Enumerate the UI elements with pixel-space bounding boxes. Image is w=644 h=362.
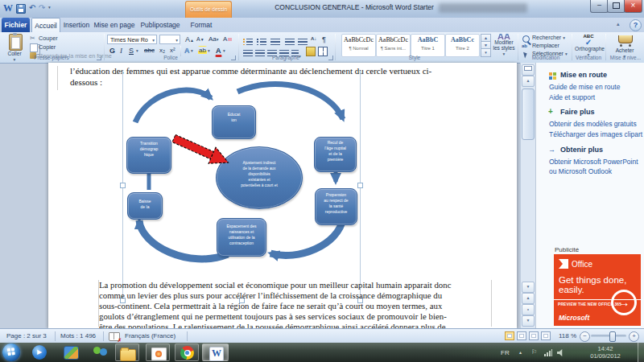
proofing-status-icon[interactable]: [109, 332, 120, 341]
tab-format[interactable]: Format: [188, 18, 215, 32]
cycle-arrow-bottom-left[interactable]: [139, 220, 228, 259]
web-layout-view-button[interactable]: [529, 331, 539, 340]
find-button[interactable]: Rechercher ▾: [532, 35, 565, 40]
superscript-button[interactable]: x²: [169, 46, 176, 55]
zoom-slider-track[interactable]: [591, 335, 626, 337]
undo-icon[interactable]: ↶: [29, 2, 35, 14]
quick-access-customize-icon[interactable]: ▾: [48, 5, 51, 10]
style-titre-1[interactable]: AaBbC Titre 1: [411, 34, 445, 57]
tray-hidden-icons-chevron[interactable]: ▴: [519, 349, 522, 355]
taskbar-word-button[interactable]: W: [202, 343, 229, 361]
text-effects-dropdown-icon[interactable]: ▾: [191, 48, 193, 53]
language-status[interactable]: Français (France): [125, 332, 175, 339]
redo-icon[interactable]: ↷: [39, 2, 45, 14]
zoom-in-icon[interactable]: +: [629, 331, 639, 342]
clipboard-dialog-launcher-icon[interactable]: [97, 56, 101, 60]
taskbar-messenger-icon[interactable]: [93, 345, 107, 358]
tab-insertion[interactable]: Insertion: [62, 18, 91, 32]
copy-label[interactable]: Copier: [39, 43, 56, 51]
align-left-button[interactable]: [243, 47, 253, 61]
italic-button[interactable]: I: [119, 46, 123, 56]
paragraph-dialog-launcher-icon[interactable]: [328, 56, 333, 60]
scroll-up-icon[interactable]: ▲: [522, 76, 535, 87]
taskbar-photo-viewer-button[interactable]: [146, 343, 170, 361]
next-page-icon[interactable]: ▼: [522, 315, 535, 327]
word-count[interactable]: Mots : 1 496: [60, 332, 96, 339]
font-color-button[interactable]: A: [215, 46, 222, 57]
zoom-slider-thumb[interactable]: [609, 331, 616, 342]
bold-button[interactable]: G: [109, 46, 116, 56]
taskbar-media-player-icon[interactable]: ▶: [32, 345, 47, 360]
highlight-dropdown-icon[interactable]: ▾: [208, 48, 210, 53]
tab-fichier[interactable]: Fichier: [2, 18, 30, 32]
grow-font-button[interactable]: A▲: [184, 35, 195, 44]
subscript-button[interactable]: x₂: [159, 46, 166, 55]
diagram-node-espacement[interactable]: Espacement des naissances et utilisation…: [217, 218, 266, 257]
style-normal[interactable]: AaBbCcDc ¶ Normal: [341, 34, 376, 57]
tab-mise-en-page[interactable]: Mise en page: [93, 18, 136, 32]
tray-language-indicator[interactable]: FR: [501, 349, 510, 356]
font-family-combobox[interactable]: Times New Ro ▾: [107, 35, 157, 44]
maximize-button[interactable]: [607, 0, 625, 13]
show-desktop-button[interactable]: [638, 343, 644, 362]
link-aide-et-support[interactable]: Aide et support: [549, 93, 595, 102]
borders-button[interactable]: [318, 47, 328, 56]
change-styles-button[interactable]: AA Modifier les styles ▾: [492, 34, 516, 57]
highlight-button[interactable]: ab: [198, 46, 207, 55]
link-obtenir-powerpoint-outlook[interactable]: Obtenir Microsoft PowerPoint ou Microsof…: [549, 157, 639, 176]
help-icon[interactable]: ?: [630, 19, 642, 31]
red-arrow-head[interactable]: [208, 147, 232, 171]
zoom-level[interactable]: 118 %: [559, 332, 576, 339]
font-color-dropdown-icon[interactable]: ▾: [223, 48, 225, 53]
zoom-out-icon[interactable]: −: [580, 331, 590, 342]
save-icon[interactable]: [16, 4, 26, 14]
font-dialog-launcher-icon[interactable]: [231, 56, 236, 60]
font-size-combobox[interactable]: ▾: [159, 35, 180, 44]
cut-icon[interactable]: ✂: [30, 35, 35, 42]
diagram-node-recul[interactable]: Recul de l’âge nuptial et de la première: [314, 137, 357, 172]
tray-action-center-flag-icon[interactable]: ⚐: [531, 348, 537, 356]
tray-clock[interactable]: 14:42 01/09/2012: [584, 345, 626, 360]
cycle-arrow-top-left[interactable]: [135, 90, 211, 122]
selected-red-arrow[interactable]: [161, 121, 258, 185]
sort-button[interactable]: A↓: [311, 36, 316, 41]
title-bar[interactable]: W ↶ ↷ ▾ Outils de dessin CONCLUSION GENE…: [0, 0, 644, 19]
tray-network-icon[interactable]: [544, 349, 552, 356]
ruler-toggle-icon[interactable]: [522, 64, 535, 76]
taskbar-explorer-button[interactable]: [115, 343, 139, 361]
tray-volume-icon[interactable]: [557, 349, 564, 356]
underline-dropdown-icon[interactable]: ▾: [136, 48, 138, 53]
vertical-scrollbar[interactable]: ▲ ▼ ▲ ● ▼: [520, 63, 535, 328]
style-sans-interligne[interactable]: AaBbCcDc ¶ Sans int...: [376, 34, 411, 57]
shrink-font-button[interactable]: A▼: [196, 35, 205, 43]
draft-view-button[interactable]: [541, 331, 551, 340]
diagram-node-baisse[interactable]: Baisse de la: [127, 192, 163, 220]
style-gallery-more-icon[interactable]: ▾: [481, 48, 491, 57]
page-count[interactable]: Page : 2 sur 3: [6, 332, 47, 339]
scroll-down-icon[interactable]: ▼: [522, 282, 535, 293]
collapse-ribbon-icon[interactable]: ▴: [617, 21, 620, 27]
link-modeles-gratuits[interactable]: Obtenir des modèles gratuits: [549, 119, 637, 129]
select-browse-object-icon[interactable]: ●: [522, 304, 535, 315]
tab-accueil[interactable]: Accueil: [31, 18, 60, 32]
copy-icon[interactable]: [30, 43, 38, 52]
close-button[interactable]: ×: [624, 0, 642, 13]
change-case-button[interactable]: Aa▾: [208, 35, 220, 43]
start-button[interactable]: [2, 343, 20, 361]
replace-button[interactable]: Remplacer: [532, 43, 559, 48]
minimize-button[interactable]: –: [590, 0, 609, 13]
red-arrow-shaft[interactable]: [172, 134, 214, 158]
link-guide-mise-en-route[interactable]: Guide de mise en route: [549, 82, 620, 92]
diagram-node-propension[interactable]: Propension au respect de la santé reprod…: [315, 188, 357, 225]
clear-formatting-button[interactable]: A: [222, 35, 233, 43]
tab-publipostage[interactable]: Publipostage: [139, 18, 181, 32]
fullscreen-reading-view-button[interactable]: [517, 331, 526, 340]
strikethrough-button[interactable]: abc: [143, 46, 155, 55]
cut-label[interactable]: Couper: [39, 35, 58, 42]
scrollbar-thumb[interactable]: [522, 88, 535, 140]
show-paragraph-marks-button[interactable]: ¶: [322, 35, 326, 43]
print-layout-view-button[interactable]: [505, 331, 514, 340]
taskbar-live-mesh-icon[interactable]: [64, 346, 79, 360]
ad-arrow-icon[interactable]: →: [611, 290, 637, 315]
taskbar-chrome-button[interactable]: [175, 343, 199, 361]
